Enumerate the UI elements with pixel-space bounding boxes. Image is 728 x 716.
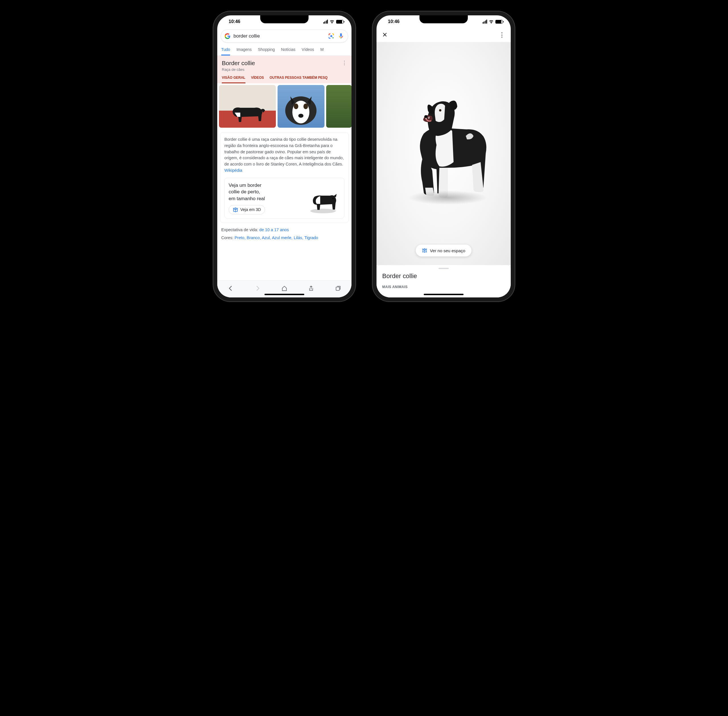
svg-point-0 <box>331 35 332 37</box>
svg-point-7 <box>310 209 336 213</box>
mic-icon[interactable] <box>338 33 344 39</box>
forward-button <box>255 285 261 293</box>
svg-rect-9 <box>336 287 339 290</box>
sheet-drag-handle[interactable] <box>438 268 449 269</box>
result-image-3[interactable] <box>326 85 352 128</box>
battery-icon <box>495 20 503 24</box>
svg-point-5 <box>303 103 308 109</box>
svg-point-4 <box>294 103 298 109</box>
bottom-sheet[interactable]: Border collie MAIS ANIMAIS <box>376 265 511 297</box>
wifi-icon <box>329 20 334 24</box>
svg-point-10 <box>439 109 441 111</box>
kp-title: Border collie <box>222 60 347 67</box>
back-button[interactable] <box>228 285 234 293</box>
fact-life-expectancy: Expectativa de vida: de 10 a 17 anos <box>221 228 347 232</box>
status-time: 10:46 <box>225 19 240 24</box>
fact-colors-value[interactable]: Preto, Branco, Azul, Azul merle, Lilás, … <box>235 235 318 240</box>
kp-tab-videos[interactable]: VÍDEOS <box>251 76 264 83</box>
sheet-title: Border collie <box>382 272 505 280</box>
ar-preview-card: Veja um border collie de perto, em taman… <box>224 178 344 219</box>
google-lens-icon[interactable] <box>328 33 335 39</box>
tab-videos[interactable]: Vídeos <box>302 47 314 55</box>
kp-tabs: VISÃO GERAL VÍDEOS OUTRAS PESSOAS TAMBÉM… <box>222 76 347 83</box>
svg-point-11 <box>424 115 428 118</box>
home-button[interactable] <box>281 285 288 293</box>
svg-point-6 <box>298 114 303 118</box>
ar-text-line2: collie de perto, <box>229 188 303 195</box>
svg-point-1 <box>332 37 334 38</box>
ar-text-line3: em tamanho real <box>229 195 303 202</box>
phone-mockup-ar-viewer: 10:46 ✕ ⋮ <box>373 11 515 302</box>
tab-more[interactable]: M <box>320 47 324 55</box>
ar-text-line1: Veja um border <box>229 182 303 189</box>
svg-point-8 <box>332 198 334 199</box>
model-shadow <box>408 191 487 205</box>
3d-model-dog[interactable] <box>390 74 497 216</box>
tab-shopping[interactable]: Shopping <box>258 47 275 55</box>
view-3d-button[interactable]: Veja em 3D <box>229 205 265 215</box>
ar-card-preview-image <box>306 182 340 214</box>
home-indicator[interactable] <box>424 294 464 295</box>
description-card: Border collie é uma raça canina do tipo … <box>220 132 349 223</box>
knowledge-panel: Border collie Raça de cães ⋮ VISÃO GERAL… <box>217 56 352 83</box>
fact-life-label: Expectativa de vida: <box>221 228 259 232</box>
tab-news[interactable]: Notícias <box>281 47 296 55</box>
fact-life-value[interactable]: de 10 a 17 anos <box>259 228 289 232</box>
result-image-2[interactable] <box>278 85 325 128</box>
ar-card-text: Veja um border collie de perto, em taman… <box>229 182 303 215</box>
status-time: 10:46 <box>384 19 400 24</box>
wifi-icon <box>489 20 494 24</box>
screen-search: 10:46 Tudo Imagens Shopping Notícias Víd… <box>217 15 352 297</box>
kp-tab-people-also[interactable]: OUTRAS PESSOAS TAMBÉM PESQ <box>270 76 328 83</box>
view-3d-label: Veja em 3D <box>240 207 261 213</box>
sheet-section-label: MAIS ANIMAIS <box>382 285 505 289</box>
cube-3d-icon <box>233 207 238 212</box>
wikipedia-link[interactable]: Wikipédia <box>224 168 242 173</box>
screen-ar-viewer: 10:46 ✕ ⋮ <box>376 15 511 297</box>
status-bar: 10:46 <box>217 15 352 28</box>
status-bar: 10:46 <box>376 15 511 28</box>
battery-icon <box>336 20 344 24</box>
3d-viewer-canvas[interactable]: Ver no seu espaço <box>376 42 511 265</box>
description-text: Border collie é uma raça canina do tipo … <box>224 137 344 166</box>
phone-mockup-search: 10:46 Tudo Imagens Shopping Notícias Víd… <box>213 11 355 302</box>
search-bar[interactable] <box>221 30 348 42</box>
viewer-toolbar: ✕ ⋮ <box>376 28 511 42</box>
view-in-space-button[interactable]: Ver no seu espaço <box>416 244 472 256</box>
image-carousel[interactable] <box>217 83 352 129</box>
cube-3d-icon <box>422 248 427 253</box>
fact-colors: Cores: Preto, Branco, Azul, Azul merle, … <box>221 235 347 240</box>
home-indicator[interactable] <box>264 294 304 295</box>
cellular-icon <box>323 20 328 24</box>
share-button[interactable] <box>308 285 314 293</box>
tab-all[interactable]: Tudo <box>221 47 230 55</box>
tab-images[interactable]: Imagens <box>236 47 252 55</box>
result-image-1[interactable] <box>219 85 276 128</box>
kp-subtitle: Raça de cães <box>222 67 347 72</box>
view-in-space-label: Ver no seu espaço <box>430 248 465 253</box>
more-options-button[interactable]: ⋮ <box>499 31 505 39</box>
search-input[interactable] <box>234 33 325 39</box>
google-logo-icon <box>224 33 231 39</box>
search-tabs: Tudo Imagens Shopping Notícias Vídeos M <box>217 44 352 56</box>
close-button[interactable]: ✕ <box>382 31 387 39</box>
kp-more-icon[interactable]: ⋮ <box>342 60 347 66</box>
kp-tab-overview[interactable]: VISÃO GERAL <box>222 76 246 83</box>
status-indicators <box>323 20 344 24</box>
cellular-icon <box>482 20 487 24</box>
status-indicators <box>482 20 503 24</box>
tabs-button[interactable] <box>335 285 341 293</box>
fact-colors-label: Cores: <box>221 235 235 240</box>
